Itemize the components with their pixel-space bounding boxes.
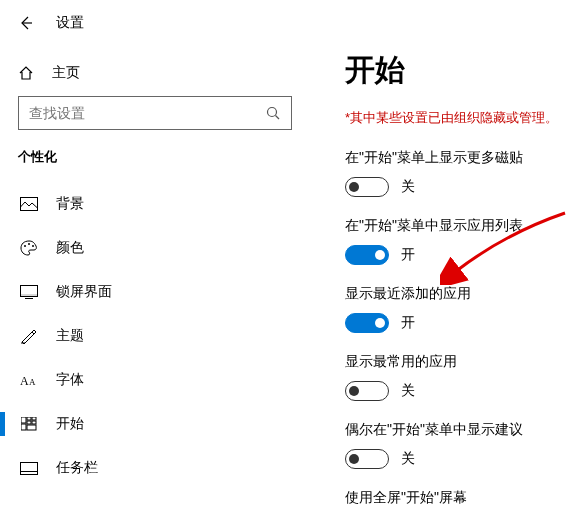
svg-point-1 bbox=[268, 108, 277, 117]
window-header: 设置 bbox=[0, 0, 587, 46]
back-icon[interactable] bbox=[18, 15, 34, 31]
svg-rect-17 bbox=[32, 421, 36, 424]
setting-fullscreen-start: 使用全屏"开始"屏幕 bbox=[345, 489, 577, 507]
svg-point-4 bbox=[24, 245, 26, 247]
sidebar-item-start[interactable]: 开始 bbox=[18, 402, 292, 446]
svg-rect-21 bbox=[21, 471, 38, 474]
picture-icon bbox=[20, 197, 38, 211]
setting-recent-apps: 显示最近添加的应用 开 bbox=[345, 285, 577, 333]
svg-rect-19 bbox=[27, 425, 36, 430]
window-title: 设置 bbox=[56, 14, 84, 32]
sidebar-section-title: 个性化 bbox=[18, 148, 292, 166]
toggle-suggestions[interactable] bbox=[345, 449, 389, 469]
sidebar-nav: 背景 颜色 锁屏界面 主题 AA 字体 bbox=[18, 182, 292, 490]
sidebar-item-fonts[interactable]: AA 字体 bbox=[18, 358, 292, 402]
svg-line-2 bbox=[276, 116, 280, 120]
sidebar-home[interactable]: 主页 bbox=[18, 58, 292, 96]
svg-rect-13 bbox=[21, 417, 26, 423]
lockscreen-icon bbox=[20, 285, 38, 299]
start-icon bbox=[20, 417, 38, 431]
svg-rect-16 bbox=[27, 421, 31, 424]
svg-rect-18 bbox=[21, 424, 26, 430]
toggle-state: 开 bbox=[401, 314, 415, 332]
sidebar-item-label: 字体 bbox=[56, 371, 84, 389]
svg-text:A: A bbox=[20, 374, 29, 387]
svg-rect-8 bbox=[21, 294, 38, 297]
toggle-most-used[interactable] bbox=[345, 381, 389, 401]
page-title: 开始 bbox=[345, 50, 577, 91]
toggle-more-tiles[interactable] bbox=[345, 177, 389, 197]
setting-label: 偶尔在"开始"菜单中显示建议 bbox=[345, 421, 577, 439]
setting-label: 在"开始"菜单中显示应用列表 bbox=[345, 217, 577, 235]
main-content: 开始 *其中某些设置已由组织隐藏或管理。 在"开始"菜单上显示更多磁贴 关 在"… bbox=[345, 50, 587, 521]
setting-more-tiles: 在"开始"菜单上显示更多磁贴 关 bbox=[345, 149, 577, 197]
setting-label: 在"开始"菜单上显示更多磁贴 bbox=[345, 149, 577, 167]
svg-rect-15 bbox=[32, 417, 36, 420]
sidebar-item-colors[interactable]: 颜色 bbox=[18, 226, 292, 270]
svg-rect-14 bbox=[27, 417, 31, 420]
sidebar-item-themes[interactable]: 主题 bbox=[18, 314, 292, 358]
svg-rect-20 bbox=[21, 462, 38, 474]
setting-most-used: 显示最常用的应用 关 bbox=[345, 353, 577, 401]
policy-notice: *其中某些设置已由组织隐藏或管理。 bbox=[345, 109, 577, 127]
taskbar-icon bbox=[20, 462, 38, 475]
toggle-app-list[interactable] bbox=[345, 245, 389, 265]
sidebar-item-label: 任务栏 bbox=[56, 459, 98, 477]
sidebar-item-background[interactable]: 背景 bbox=[18, 182, 292, 226]
toggle-state: 关 bbox=[401, 450, 415, 468]
sidebar-item-label: 背景 bbox=[56, 195, 84, 213]
search-input[interactable] bbox=[19, 97, 253, 129]
palette-icon bbox=[20, 240, 38, 256]
sidebar-item-label: 颜色 bbox=[56, 239, 84, 257]
svg-point-6 bbox=[32, 245, 34, 247]
font-icon: AA bbox=[20, 373, 38, 387]
search-icon bbox=[265, 105, 281, 121]
home-icon bbox=[18, 65, 34, 81]
svg-point-5 bbox=[28, 243, 30, 245]
theme-icon bbox=[20, 328, 38, 344]
sidebar-item-lockscreen[interactable]: 锁屏界面 bbox=[18, 270, 292, 314]
search-box[interactable] bbox=[18, 96, 292, 130]
sidebar-item-label: 锁屏界面 bbox=[56, 283, 112, 301]
sidebar-item-taskbar[interactable]: 任务栏 bbox=[18, 446, 292, 490]
sidebar-item-label: 开始 bbox=[56, 415, 84, 433]
toggle-recent-apps[interactable] bbox=[345, 313, 389, 333]
sidebar-item-label: 主题 bbox=[56, 327, 84, 345]
toggle-state: 关 bbox=[401, 178, 415, 196]
svg-text:A: A bbox=[29, 377, 36, 387]
sidebar: 主页 个性化 背景 颜色 锁屏界面 bbox=[0, 50, 310, 490]
setting-app-list: 在"开始"菜单中显示应用列表 开 bbox=[345, 217, 577, 265]
setting-suggestions: 偶尔在"开始"菜单中显示建议 关 bbox=[345, 421, 577, 469]
toggle-state: 开 bbox=[401, 246, 415, 264]
toggle-state: 关 bbox=[401, 382, 415, 400]
setting-label: 显示最常用的应用 bbox=[345, 353, 577, 371]
setting-label: 使用全屏"开始"屏幕 bbox=[345, 489, 577, 507]
setting-label: 显示最近添加的应用 bbox=[345, 285, 577, 303]
sidebar-home-label: 主页 bbox=[52, 64, 80, 82]
